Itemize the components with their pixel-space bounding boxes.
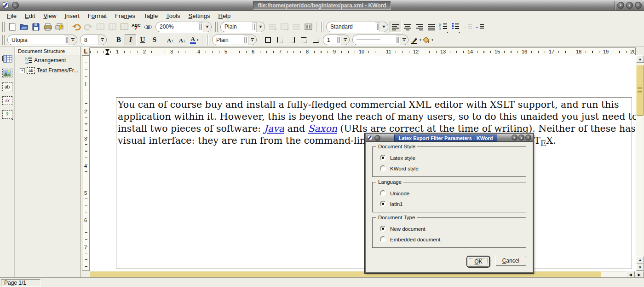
radio-latex-style[interactable]: Latex style <box>377 152 521 163</box>
print-preview-button[interactable] <box>54 21 66 33</box>
frame-style-value[interactable]: Plain <box>213 35 244 45</box>
preview-eye-button[interactable] <box>142 21 154 33</box>
menu-help[interactable]: Help <box>214 12 235 20</box>
border-color-button[interactable]: ▾ <box>410 34 422 46</box>
paragraph-style-combo[interactable]: Plain ▼ <box>220 22 265 32</box>
italic-button[interactable]: I <box>125 34 137 46</box>
paragraph-style-combo-arrow[interactable]: ▼ <box>256 22 264 32</box>
columns-button[interactable] <box>302 21 314 33</box>
spellcheck-button[interactable]: ABC ✓ <box>130 21 142 33</box>
toolbar-handle[interactable] <box>321 22 323 32</box>
scrollbar-track[interactable] <box>601 271 626 278</box>
align-right-button[interactable] <box>414 21 426 33</box>
font-family-combo[interactable]: Utopia ▼ <box>7 35 77 45</box>
background-color-button[interactable]: ▾ <box>422 34 434 46</box>
font-size-combo[interactable]: 8 ▼ <box>80 35 107 45</box>
frame-tool-button-2[interactable] <box>106 21 118 33</box>
font-size-value[interactable]: 8 <box>80 35 98 45</box>
cancel-button[interactable]: Cancel <box>495 256 526 266</box>
new-document-button[interactable] <box>6 21 18 33</box>
menu-table[interactable]: Table <box>139 12 162 20</box>
bullet-list-button[interactable]: ▾ <box>449 21 461 33</box>
border-style-value[interactable] <box>353 35 396 45</box>
border-width-value[interactable]: 1 <box>323 35 337 45</box>
scroll-right-button[interactable]: ▶ <box>635 271 644 278</box>
menu-tools[interactable]: Tools <box>162 12 184 20</box>
frame-tool-button-1[interactable] <box>94 21 106 33</box>
link-saxon[interactable]: Saxon <box>308 123 337 134</box>
insert-table-button[interactable] <box>1 53 13 65</box>
maximize-button[interactable]: ▴ <box>626 2 633 9</box>
radio-new-document[interactable]: New document <box>377 223 521 234</box>
numbered-list-button[interactable]: 1. 2. 3. ▾ <box>437 21 449 33</box>
style-tool-button-1[interactable]: ✳ <box>266 21 278 33</box>
close-button[interactable]: / <box>635 2 642 9</box>
insert-formula-button[interactable]: √x <box>1 94 13 106</box>
insert-text-frame-button[interactable]: ab <box>1 81 13 93</box>
zoom-combo[interactable]: 200% ▼ <box>155 22 212 32</box>
menu-file[interactable]: File <box>3 12 21 20</box>
undo-button[interactable] <box>70 21 82 33</box>
align-justify-button[interactable] <box>426 21 437 33</box>
frame-style-combo-arrow[interactable]: ▼ <box>248 35 256 45</box>
font-family-value[interactable]: Utopia <box>8 35 64 45</box>
radio-unicode[interactable]: Unicode <box>377 188 521 199</box>
decrease-indent-button[interactable]: ← <box>461 21 473 33</box>
border-bottom-button[interactable] <box>310 34 322 46</box>
underline-button[interactable]: U <box>137 34 149 46</box>
align-left-button[interactable] <box>390 21 402 33</box>
border-right-button[interactable] <box>286 34 298 46</box>
border-style-combo[interactable]: ▼ <box>352 35 408 45</box>
toolbar-handle[interactable] <box>2 22 5 32</box>
strikethrough-button[interactable]: S <box>149 34 161 46</box>
menu-settings[interactable]: Settings <box>184 12 214 20</box>
scroll-up-button-2[interactable]: ▲ <box>636 256 644 264</box>
dialog-titlebar[interactable]: − Latex Export Filter Parameters - KWord… <box>366 134 533 142</box>
scroll-left-button[interactable]: ◀ <box>626 271 635 278</box>
dialog-maximize-button[interactable]: ▴ <box>518 135 524 141</box>
border-style-combo-arrow[interactable]: ▼ <box>400 35 408 45</box>
document-canvas[interactable]: You can of course buy and install a full… <box>90 55 636 271</box>
border-outline-button[interactable] <box>262 34 274 46</box>
style-template-value[interactable]: Standard <box>327 22 375 32</box>
tree-item-text-frames[interactable]: + ab Text Frames/Fr... <box>15 65 80 76</box>
redo-button[interactable] <box>82 21 94 33</box>
toolbar-handle[interactable] <box>207 35 209 45</box>
print-button[interactable] <box>42 21 54 33</box>
font-size-up-button[interactable]: A↑ <box>164 34 176 46</box>
radio-embedded-document[interactable]: Embedded document <box>377 234 521 245</box>
font-family-combo-arrow[interactable]: ▼ <box>69 35 77 45</box>
tree-item-arrangement[interactable]: 1. 1.1 1.2 Arrangement <box>15 55 80 65</box>
radio-latin1[interactable]: latin1 <box>377 199 521 209</box>
vertical-scrollbar[interactable]: ▲ ▲ ▼ <box>636 55 644 271</box>
dialog-close-button[interactable]: / <box>525 135 531 141</box>
insert-picture-button[interactable] <box>1 67 13 79</box>
menu-insert[interactable]: Insert <box>60 12 84 20</box>
insert-object-dropdown[interactable]: ▾ <box>12 117 13 121</box>
style-template-combo-arrow[interactable]: ▼ <box>380 22 388 32</box>
sticky-button[interactable]: − <box>12 2 19 9</box>
border-left-button[interactable] <box>274 34 286 46</box>
border-width-combo[interactable]: 1 ▼ <box>323 35 350 45</box>
style-tool-button-3[interactable] <box>290 21 302 33</box>
menu-frames[interactable]: Frames <box>111 12 139 20</box>
ok-button[interactable]: OK <box>467 257 489 267</box>
border-width-combo-arrow[interactable]: ▼ <box>341 35 349 45</box>
style-tool-button-2[interactable]: ✳ <box>278 21 290 33</box>
text-color-button[interactable]: A ▾ <box>188 34 200 46</box>
dialog-sticky-button[interactable]: − <box>374 135 380 141</box>
frame-tool-button-3[interactable] <box>118 21 130 33</box>
zoom-combo-arrow[interactable]: ▼ <box>203 22 211 32</box>
palette-handle[interactable] <box>3 48 12 50</box>
paragraph-style-value[interactable]: Plain <box>221 22 252 32</box>
align-center-button[interactable] <box>402 21 414 33</box>
tree-expander[interactable]: + <box>20 68 25 73</box>
menu-view[interactable]: View <box>39 12 60 20</box>
scroll-down-button[interactable]: ▼ <box>636 264 644 271</box>
bold-button[interactable]: B <box>113 34 125 46</box>
menu-format[interactable]: Format <box>84 12 111 20</box>
scroll-up-button[interactable]: ▲ <box>636 55 644 63</box>
vertical-scrollbar-thumb[interactable] <box>636 65 644 116</box>
menu-edit[interactable]: Edit <box>21 12 39 20</box>
open-document-button[interactable] <box>18 21 30 33</box>
